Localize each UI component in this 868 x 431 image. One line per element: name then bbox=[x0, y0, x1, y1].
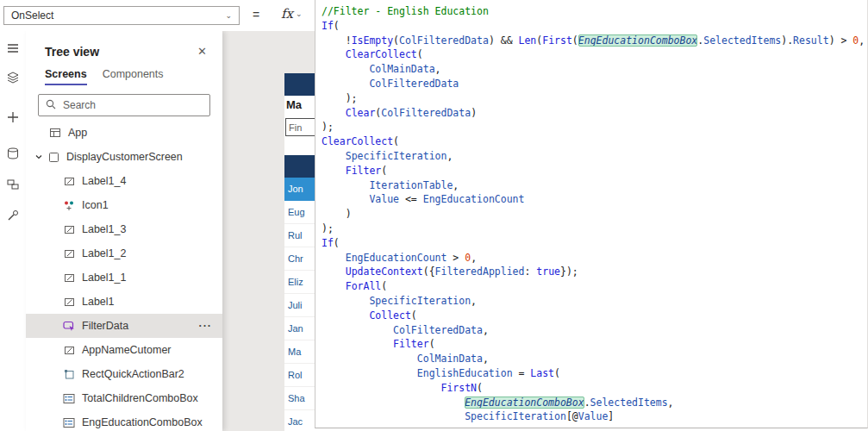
label-icon bbox=[62, 272, 76, 284]
code-line: ); bbox=[322, 91, 867, 106]
combobox-icon bbox=[62, 393, 76, 404]
code-line: ForAll( bbox=[322, 279, 867, 294]
code-line: ColMainData, bbox=[322, 352, 867, 366]
search-input[interactable] bbox=[38, 94, 210, 116]
fx-button[interactable]: fx ⌄ bbox=[281, 6, 303, 22]
tree-item-engeducationcombobox[interactable]: EngEducationComboBox bbox=[26, 410, 222, 431]
tree-item-filterdata[interactable]: FilterData··· bbox=[26, 314, 222, 338]
tree-item-label: EngEducationComboBox bbox=[82, 416, 203, 428]
code-line: EnglishEducation = Last( bbox=[322, 366, 867, 381]
tree-item-label: Label1_1 bbox=[82, 272, 126, 284]
gallery-row[interactable]: Jac bbox=[284, 410, 315, 431]
tree-item-totalchildrencombobox[interactable]: TotalChildrenComboBox bbox=[26, 386, 222, 410]
formula-toolbar: OnSelect ⌄ = fx ⌄ bbox=[0, 0, 315, 31]
gallery-row[interactable]: Rul bbox=[284, 224, 315, 247]
tab-screens[interactable]: Screens bbox=[45, 65, 87, 85]
gallery-header-bar[interactable] bbox=[284, 155, 315, 178]
insert-icon[interactable] bbox=[6, 110, 20, 124]
code-line: If( bbox=[322, 236, 867, 251]
formula-editor[interactable]: //Filter - English EducationIf( !IsEmpty… bbox=[315, 0, 868, 428]
tree-items-list: AppDisplayCustomerScreenLabel1_4Icon1Lab… bbox=[26, 121, 222, 431]
code-line: If( bbox=[322, 19, 867, 34]
equals-sign: = bbox=[253, 8, 259, 22]
code-line: ColFilteredData bbox=[322, 77, 867, 91]
tree-item-label1_1[interactable]: Label1_1 bbox=[26, 265, 222, 290]
tree-view-title: Tree view bbox=[45, 45, 99, 59]
menu-icon[interactable] bbox=[6, 41, 20, 55]
gallery-row[interactable]: Eliz bbox=[284, 271, 315, 294]
tree-item-displaycustomerscreen[interactable]: DisplayCustomerScreen bbox=[26, 145, 222, 169]
gallery-row[interactable]: Ma bbox=[284, 340, 315, 364]
tree-item-icon1[interactable]: Icon1 bbox=[26, 193, 222, 217]
tree-item-rectquickactionbar2[interactable]: RectQuickActionBar2 bbox=[26, 362, 222, 386]
tree-view-icon[interactable] bbox=[6, 71, 20, 84]
search-icon bbox=[45, 98, 57, 114]
tree-view-header: Tree view ✕ bbox=[26, 31, 222, 63]
tree-item-label: TotalChildrenComboBox bbox=[82, 392, 198, 404]
tree-item-label1_2[interactable]: Label1_2 bbox=[26, 241, 222, 265]
advanced-tools-icon[interactable] bbox=[6, 209, 20, 222]
code-line: SpecificIteration[@Value] bbox=[322, 409, 867, 424]
tree-view-panel: Tree view ✕ Screens Components AppDispla… bbox=[26, 31, 222, 431]
code-line: SpecificIteration, bbox=[322, 294, 867, 309]
tree-item-label1[interactable]: Label1 bbox=[26, 290, 222, 314]
tree-item-label1_3[interactable]: Label1_3 bbox=[26, 217, 222, 241]
tree-item-label: Label1 bbox=[82, 296, 115, 308]
code-line: ); bbox=[322, 222, 867, 236]
chevron-down-icon[interactable] bbox=[34, 153, 47, 161]
item-overflow-button[interactable]: ··· bbox=[199, 320, 223, 332]
combobox-icon bbox=[62, 417, 76, 428]
label-icon bbox=[62, 248, 76, 259]
tree-item-label: Label1_2 bbox=[82, 247, 126, 259]
tree-item-app[interactable]: App bbox=[26, 121, 222, 145]
code-line: EngEducationCount > 0, bbox=[322, 251, 867, 265]
code-line: ClearCollect( bbox=[322, 134, 867, 149]
property-selector-dropdown[interactable]: OnSelect ⌄ bbox=[3, 6, 240, 25]
code-line: SpecificIteration, bbox=[322, 149, 867, 164]
label-icon bbox=[62, 345, 76, 356]
tree-view-tabs: Screens Components bbox=[26, 63, 222, 85]
icon-icon bbox=[62, 200, 76, 211]
tree-item-label: AppNameCutomer bbox=[82, 344, 172, 356]
code-line: //Filter - English Education bbox=[322, 4, 867, 19]
gallery-row[interactable]: Rol bbox=[284, 364, 315, 387]
chevron-down-icon: ⌄ bbox=[225, 12, 232, 20]
label-icon bbox=[62, 297, 76, 308]
code-line: Value <= EngEducationCount bbox=[322, 192, 867, 207]
tree-item-label: FilterData bbox=[82, 320, 128, 332]
canvas-background: Ma Fin JonEugRulChrElizJuliJanMaRolShaJa… bbox=[222, 31, 315, 431]
rect-icon bbox=[62, 369, 76, 380]
gallery-row[interactable]: Chr bbox=[284, 247, 315, 271]
media-icon[interactable] bbox=[6, 178, 20, 191]
app-header-bar[interactable] bbox=[284, 73, 315, 96]
tree-item-label: Label1_3 bbox=[82, 223, 126, 235]
tab-components[interactable]: Components bbox=[103, 65, 164, 85]
gallery-row[interactable]: Jon bbox=[284, 178, 315, 201]
app-preview: Ma Fin JonEugRulChrElizJuliJanMaRolShaJa… bbox=[284, 73, 315, 431]
gallery-row[interactable]: Jan bbox=[284, 317, 315, 340]
tree-item-appnamecutomer[interactable]: AppNameCutomer bbox=[26, 338, 222, 362]
code-line: Filter( bbox=[322, 164, 867, 178]
find-input-text: Fin bbox=[289, 122, 302, 133]
data-icon[interactable] bbox=[6, 147, 20, 160]
gallery-row[interactable]: Juli bbox=[284, 294, 315, 317]
gallery-row[interactable]: Eug bbox=[284, 201, 315, 224]
code-line: UpdateContext({FilteredApplied: true}); bbox=[322, 265, 867, 279]
property-selector-value: OnSelect bbox=[11, 9, 53, 22]
tree-item-label: DisplayCustomerScreen bbox=[66, 151, 183, 163]
code-line: ); bbox=[322, 120, 867, 134]
tree-item-label: App bbox=[68, 127, 87, 139]
screen-icon bbox=[47, 152, 60, 163]
app-title-fragment[interactable]: Ma bbox=[286, 98, 302, 111]
code-line: !IsEmpty(ColFilteredData) && Len(First(E… bbox=[322, 34, 867, 48]
code-line: Filter( bbox=[322, 337, 867, 352]
gallery-row[interactable]: Sha bbox=[284, 387, 315, 410]
tree-item-label1_4[interactable]: Label1_4 bbox=[26, 169, 222, 193]
app-icon bbox=[48, 127, 62, 139]
fx-icon: fx bbox=[281, 6, 293, 22]
close-icon[interactable]: ✕ bbox=[194, 43, 210, 59]
tree-item-label: RectQuickActionBar2 bbox=[82, 368, 184, 380]
find-input[interactable]: Fin bbox=[285, 118, 315, 136]
chevron-down-icon: ⌄ bbox=[296, 10, 303, 18]
gallery-list: JonEugRulChrElizJuliJanMaRolShaJacCu bbox=[284, 178, 315, 431]
